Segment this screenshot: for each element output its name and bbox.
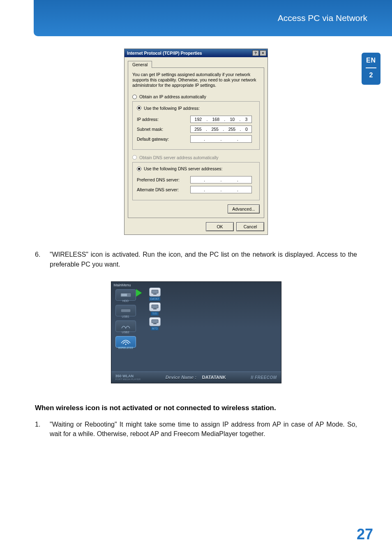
fieldset-use-ip: Use the following IP address: IP address…	[132, 101, 260, 150]
radio-obtain-dns: Obtain DNS server address automatically	[132, 154, 260, 161]
dialog-button-row: OK Cancel	[128, 222, 264, 231]
ip-octet: 255	[211, 127, 219, 132]
left-nav-label: USB1	[115, 315, 136, 318]
win-tab-panel: You can get IP settings assigned automat…	[128, 67, 264, 218]
pref-dns-input[interactable]: . . .	[190, 176, 252, 183]
figure-mediaplayer: MainMenu HDD USB1	[35, 281, 357, 383]
radio-icon-checked	[137, 167, 141, 171]
device-list-item[interactable]: M73	[143, 317, 166, 330]
label-gateway: Default gateway:	[137, 137, 190, 142]
pc-icon	[149, 288, 161, 297]
win-dialog: Internet Protocol (TCP/IP) Properties ? …	[124, 49, 268, 235]
usb-icon	[115, 320, 136, 332]
step-number: 6.	[35, 250, 50, 269]
close-button[interactable]: ×	[260, 50, 266, 56]
svg-rect-9	[153, 323, 157, 324]
figure-tcpip-dialog: Internet Protocol (TCP/IP) Properties ? …	[35, 49, 357, 235]
usb-icon	[115, 305, 136, 316]
side-tab-lang: EN	[362, 57, 380, 64]
row-gateway: Default gateway: . . .	[137, 135, 255, 143]
step-text: "Waiting or Rebooting" It might take som…	[50, 420, 357, 439]
left-nav-label: WIRELESS	[115, 346, 136, 349]
radio-label: Obtain DNS server address automatically	[139, 155, 219, 160]
ip-octet: 192	[195, 117, 202, 122]
win-body: General You can get IP settings assigned…	[125, 57, 267, 234]
device-list-item[interactable]: DATAT	[143, 288, 166, 301]
alt-dns-input[interactable]: . . .	[190, 186, 252, 193]
device-list-column: DATAT TITI M73	[143, 288, 166, 330]
model-block: 350 WLAN PORT MEDIA PLAYER	[115, 374, 141, 381]
pc-icon	[149, 302, 161, 311]
label-subnet: Subnet mask:	[137, 127, 190, 132]
label-alt-dns: Alternate DNS server:	[137, 187, 190, 192]
win-description: You can get IP settings assigned automat…	[132, 72, 260, 88]
header-bar: Access PC via Network	[34, 0, 392, 36]
side-tab-section: 2	[362, 72, 380, 79]
svg-rect-8	[152, 320, 158, 323]
radio-label: Use the following DNS server addresses:	[144, 166, 222, 171]
left-nav-item[interactable]: USB2	[115, 320, 136, 334]
device-label: DATAT	[149, 297, 160, 301]
svg-rect-7	[153, 309, 157, 309]
ip-address-input[interactable]: 192. 168. 10. 3	[190, 116, 252, 123]
svg-rect-2	[121, 309, 131, 312]
radio-icon-disabled	[132, 155, 137, 160]
row-alt-dns: Alternate DNS server: . . .	[137, 186, 255, 193]
help-button[interactable]: ?	[252, 50, 259, 56]
advanced-button[interactable]: Advanced...	[228, 204, 260, 214]
cancel-button[interactable]: Cancel	[236, 222, 264, 231]
side-tab-divider	[366, 67, 376, 68]
subnet-input[interactable]: 255. 255. 255. 0	[190, 125, 252, 133]
player-bottom-bar: 350 WLAN PORT MEDIA PLAYER Device Name :…	[111, 371, 281, 383]
ip-octet: 255	[194, 127, 202, 132]
radio-obtain-ip[interactable]: Obtain an IP address automatically	[132, 93, 260, 100]
radio-use-ip[interactable]: Use the following IP address:	[135, 106, 201, 111]
ip-octet: 3	[245, 117, 248, 122]
radio-use-dns[interactable]: Use the following DNS server addresses:	[135, 166, 224, 171]
ok-button[interactable]: OK	[206, 222, 234, 231]
radio-label: Obtain an IP address automatically	[139, 94, 206, 99]
radio-label: Use the following IP address:	[144, 106, 200, 111]
hdd-icon	[115, 289, 136, 301]
device-label: M73	[151, 327, 159, 330]
win-title: Internet Protocol (TCP/IP) Properties	[127, 51, 202, 56]
device-name-value: DATATANK	[202, 375, 226, 380]
page-content: Internet Protocol (TCP/IP) Properties ? …	[0, 36, 392, 439]
page-number: 27	[357, 526, 373, 543]
ip-octet: 168	[212, 117, 220, 122]
svg-rect-4	[152, 290, 158, 293]
player-ui: MainMenu HDD USB1	[111, 281, 281, 383]
left-nav-label: HDD	[115, 299, 136, 302]
pc-icon	[149, 317, 161, 326]
advanced-row: Advanced...	[132, 204, 260, 214]
ip-octet: 10	[230, 117, 235, 122]
device-list-item[interactable]: TITI	[143, 302, 166, 316]
svg-rect-1	[121, 294, 127, 296]
left-nav-label: USB2	[115, 331, 136, 334]
row-pref-dns: Preferred DNS server: . . .	[137, 176, 255, 183]
brand-label: II FREECOM	[251, 375, 277, 380]
radio-icon	[132, 95, 137, 99]
left-nav-item[interactable]: HDD	[115, 289, 136, 302]
ip-octet: 0	[245, 127, 248, 132]
row-subnet: Subnet mask: 255. 255. 255. 0	[137, 125, 255, 133]
step-1: 1. "Waiting or Rebooting" It might take …	[35, 420, 357, 439]
model-sub: PORT MEDIA PLAYER	[115, 378, 141, 381]
model-name: 350 WLAN	[115, 374, 141, 378]
page-header-title: Access PC via Network	[278, 13, 367, 23]
ip-octet: 255	[228, 127, 236, 132]
device-name-label: Device Name :	[166, 375, 196, 380]
step-6: 6. "WIRELESS" icon is activated. Run the…	[35, 250, 357, 269]
step-text: "WIRELESS" icon is activated. Run the ic…	[50, 250, 357, 269]
left-nav-item[interactable]: USB1	[115, 305, 136, 318]
row-ip-address: IP address: 192. 168. 10. 3	[137, 116, 255, 123]
fieldset-use-dns: Use the following DNS server addresses: …	[132, 162, 260, 201]
win-titlebar: Internet Protocol (TCP/IP) Properties ? …	[125, 49, 267, 57]
gateway-input[interactable]: . . .	[190, 135, 252, 143]
left-nav-item[interactable]: WIRELESS	[115, 336, 136, 349]
device-label: TITI	[151, 312, 158, 316]
svg-rect-5	[153, 294, 157, 295]
tab-general[interactable]: General	[128, 61, 152, 68]
left-nav-column: HDD USB1 USB2	[111, 288, 140, 371]
svg-point-3	[125, 343, 126, 345]
